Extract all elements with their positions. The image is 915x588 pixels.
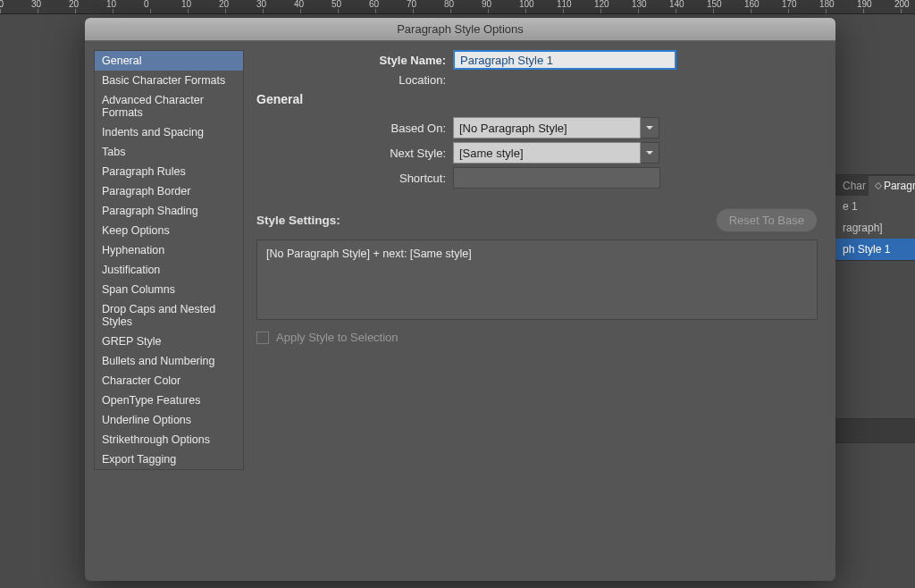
shortcut-input[interactable]: [453, 167, 660, 189]
sidebar-item-tabs[interactable]: Tabs: [95, 142, 243, 162]
panel-row[interactable]: ragraph]: [835, 217, 915, 239]
sidebar-item-character-color[interactable]: Character Color: [95, 371, 243, 391]
reset-to-base-button[interactable]: Reset To Base: [716, 208, 818, 232]
chevron-down-icon: [645, 148, 654, 157]
chevron-down-icon: [645, 123, 654, 132]
dialog-main-panel: Style Name: Location: General Based On: …: [253, 41, 835, 581]
sidebar-item-paragraph-shading[interactable]: Paragraph Shading: [95, 201, 243, 221]
sidebar-item-keep-options[interactable]: Keep Options: [95, 221, 243, 240]
sidebar-item-bullets-and-numbering[interactable]: Bullets and Numbering: [95, 351, 243, 371]
next-style-select[interactable]: [Same style]: [453, 142, 641, 164]
apply-style-label: Apply Style to Selection: [276, 331, 399, 344]
sidebar-item-advanced-character-formats[interactable]: Advanced Character Formats: [95, 90, 243, 122]
panel-footer: [835, 418, 915, 443]
based-on-label: Based On:: [256, 122, 453, 135]
sidebar-item-underline-options[interactable]: Underline Options: [95, 410, 243, 430]
apply-style-checkbox[interactable]: [256, 332, 269, 344]
sidebar-item-general[interactable]: General: [95, 51, 243, 71]
location-label: Location:: [256, 73, 453, 87]
ruler-mark: 200: [901, 0, 915, 13]
sidebar-item-export-tagging[interactable]: Export Tagging: [95, 449, 243, 469]
style-settings-label: Style Settings:: [256, 214, 340, 227]
tab-character-styles[interactable]: Char: [835, 176, 869, 196]
sidebar-category-list: GeneralBasic Character FormatsAdvanced C…: [94, 50, 244, 470]
sidebar-item-hyphenation[interactable]: Hyphenation: [95, 240, 243, 260]
sidebar-item-opentype-features[interactable]: OpenType Features: [95, 391, 243, 410]
panel-row[interactable]: ph Style 1: [835, 239, 915, 260]
style-settings-box: [No Paragraph Style] + next: [Same style…: [256, 239, 818, 320]
style-name-input[interactable]: [453, 50, 676, 70]
panel-tabs: Char Paragr: [835, 175, 915, 196]
next-style-label: Next Style:: [256, 147, 453, 160]
style-name-label: Style Name:: [256, 54, 453, 67]
based-on-select[interactable]: [No Paragraph Style]: [453, 117, 641, 139]
sidebar-item-grep-style[interactable]: GREP Style: [95, 332, 243, 351]
next-style-dropdown-arrow[interactable]: [640, 142, 659, 164]
sidebar-item-basic-character-formats[interactable]: Basic Character Formats: [95, 71, 243, 90]
sidebar-item-drop-caps-and-nested-styles[interactable]: Drop Caps and Nested Styles: [95, 299, 243, 332]
tab-paragraph-styles[interactable]: Paragr: [869, 176, 915, 196]
horizontal-ruler: 4030201001020304050607080901001101201301…: [0, 0, 915, 14]
sidebar-item-indents-and-spacing[interactable]: Indents and Spacing: [95, 122, 243, 142]
diamond-icon: [875, 182, 882, 189]
shortcut-label: Shortcut:: [256, 172, 453, 185]
paragraph-style-options-dialog: Paragraph Style Options GeneralBasic Cha…: [85, 18, 835, 581]
sidebar-item-strikethrough-options[interactable]: Strikethrough Options: [95, 430, 243, 449]
sidebar-item-paragraph-border[interactable]: Paragraph Border: [95, 181, 243, 201]
dialog-sidebar: GeneralBasic Character FormatsAdvanced C…: [85, 41, 253, 581]
sidebar-item-justification[interactable]: Justification: [95, 260, 243, 280]
based-on-dropdown-arrow[interactable]: [640, 117, 659, 139]
section-header-general: General: [256, 92, 818, 106]
dialog-title: Paragraph Style Options: [85, 18, 835, 41]
panel-row[interactable]: e 1: [835, 196, 915, 217]
sidebar-item-paragraph-rules[interactable]: Paragraph Rules: [95, 162, 243, 181]
paragraph-styles-panel: Char Paragr e 1 ragraph] ph Style 1: [835, 174, 915, 261]
sidebar-item-span-columns[interactable]: Span Columns: [95, 280, 243, 299]
